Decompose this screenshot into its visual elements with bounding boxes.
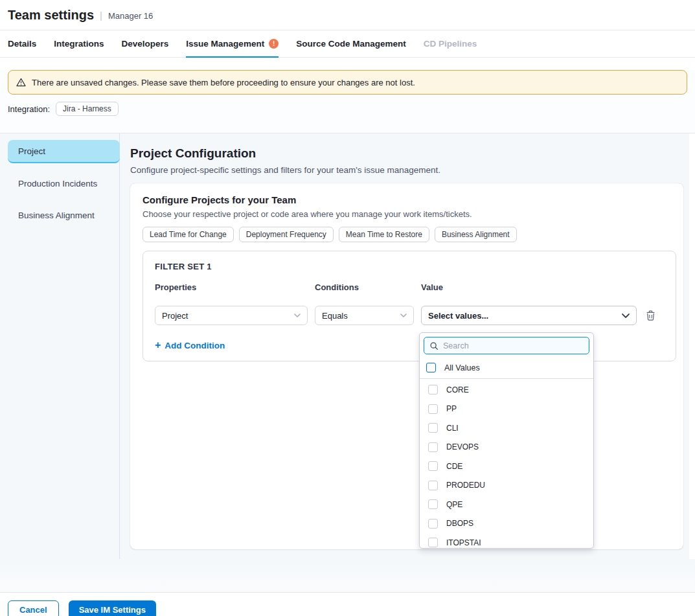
- select-all-option[interactable]: All Values: [420, 358, 593, 378]
- settings-sidebar: Project Production Incidents Business Al…: [0, 133, 120, 559]
- page-header: Team settings | Manager 16: [0, 0, 695, 30]
- footer-actions: Cancel Save IM Settings: [0, 592, 695, 616]
- integration-label: Integration:: [8, 104, 50, 114]
- chevron-down-icon: [622, 314, 630, 318]
- tab-details[interactable]: Details: [8, 30, 36, 58]
- checkbox[interactable]: [428, 423, 438, 433]
- delete-condition-button[interactable]: [644, 310, 657, 321]
- unsaved-changes-banner: There are unsaved changes. Please save t…: [8, 70, 687, 95]
- sidebar-item-production-incidents[interactable]: Production Incidents: [8, 172, 120, 195]
- tab-source-code-management[interactable]: Source Code Management: [296, 30, 406, 58]
- page-subtitle: Manager 16: [108, 10, 153, 21]
- option-prodedu[interactable]: PRODEDU: [420, 476, 593, 496]
- add-condition-button[interactable]: + Add Condition: [155, 340, 225, 350]
- checkbox[interactable]: [428, 519, 438, 529]
- banner-text: There are unsaved changes. Please save t…: [32, 78, 415, 87]
- tab-bar: Details Integrations Developers Issue Ma…: [0, 30, 695, 58]
- tab-integrations[interactable]: Integrations: [54, 30, 104, 58]
- checkbox[interactable]: [428, 404, 438, 414]
- search-input[interactable]: [443, 341, 584, 350]
- checkbox[interactable]: [428, 499, 438, 509]
- dropdown-search: [424, 337, 589, 354]
- chip-lead-time-for-change[interactable]: Lead Time for Change: [142, 227, 234, 242]
- integration-chip[interactable]: Jira - Harness: [56, 102, 119, 116]
- alert-badge-icon: !: [269, 39, 279, 49]
- checkbox[interactable]: [428, 481, 438, 490]
- all-values-checkbox[interactable]: [426, 363, 436, 372]
- chip-deployment-frequency[interactable]: Deployment Frequency: [239, 227, 334, 242]
- chevron-down-icon: [400, 314, 407, 317]
- option-core[interactable]: CORE: [420, 380, 593, 400]
- option-devops[interactable]: DEVOPS: [420, 438, 593, 457]
- integration-row: Integration: Jira - Harness: [8, 102, 687, 116]
- option-cli[interactable]: CLI: [420, 418, 593, 438]
- cancel-button[interactable]: Cancel: [8, 600, 59, 616]
- properties-select[interactable]: Project: [155, 306, 308, 325]
- main-panel: Project Configuration Configure project-…: [120, 133, 689, 559]
- section-subtitle: Configure project-specific settings and …: [130, 165, 683, 175]
- value-dropdown: All Values CORE PP: [419, 332, 594, 549]
- checkbox[interactable]: [428, 442, 438, 452]
- card-subtitle: Choose your respective project or code a…: [142, 209, 676, 219]
- conditions-label: Conditions: [315, 282, 414, 292]
- sidebar-item-business-alignment[interactable]: Business Alignment: [8, 203, 120, 227]
- sidebar-item-project[interactable]: Project: [8, 140, 120, 163]
- value-select-wrapper: Select values...: [421, 306, 637, 325]
- value-select[interactable]: Select values...: [421, 306, 637, 325]
- card-title: Configure Projects for your Team: [142, 194, 676, 205]
- tab-developers[interactable]: Developers: [122, 30, 169, 58]
- chevron-down-icon: [294, 314, 301, 317]
- bottom-strip: [0, 559, 695, 592]
- option-pp[interactable]: PP: [420, 400, 593, 419]
- checkbox[interactable]: [428, 538, 438, 547]
- section-title: Project Configuration: [130, 146, 683, 161]
- trash-icon: [646, 310, 655, 321]
- title-separator: |: [100, 10, 102, 21]
- option-itopstai[interactable]: ITOPSTAI: [420, 533, 593, 549]
- configure-projects-card: Configure Projects for your Team Choose …: [130, 183, 683, 549]
- properties-label: Properties: [155, 282, 308, 292]
- plus-icon: +: [155, 340, 161, 350]
- conditions-select[interactable]: Equals: [315, 306, 414, 325]
- checkbox[interactable]: [428, 461, 438, 471]
- tab-issue-management[interactable]: Issue Management !: [186, 30, 279, 58]
- save-im-settings-button[interactable]: Save IM Settings: [69, 600, 156, 616]
- chip-mean-time-to-restore[interactable]: Mean Time to Restore: [339, 227, 429, 242]
- search-icon: [429, 341, 439, 350]
- option-cde[interactable]: CDE: [420, 457, 593, 476]
- checkbox[interactable]: [428, 385, 438, 394]
- metric-chips: Lead Time for Change Deployment Frequenc…: [142, 227, 676, 242]
- page-title: Team settings: [8, 8, 94, 23]
- tab-cd-pipelines: CD Pipelines: [424, 30, 477, 58]
- filter-column-labels: Properties Conditions Value: [155, 282, 664, 292]
- filter-set-1: FILTER SET 1 Properties Conditions Value…: [142, 251, 676, 361]
- value-label: Value: [421, 282, 637, 292]
- option-qpe[interactable]: QPE: [420, 495, 593, 514]
- chip-business-alignment[interactable]: Business Alignment: [435, 227, 517, 242]
- option-dbops[interactable]: DBOPS: [420, 514, 593, 534]
- filter-condition-row: Project Equals Select values...: [155, 306, 664, 325]
- filter-set-title: FILTER SET 1: [155, 262, 664, 271]
- warning-triangle-icon: [16, 78, 26, 87]
- dropdown-options: CORE PP CLI: [420, 379, 593, 549]
- content-area: Project Production Incidents Business Al…: [0, 133, 689, 559]
- upper-strip: There are unsaved changes. Please save t…: [0, 70, 695, 133]
